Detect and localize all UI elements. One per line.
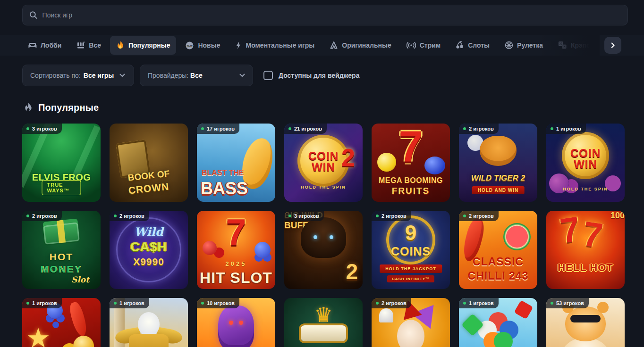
chevron-right-icon bbox=[610, 42, 616, 48]
players-badge: 3 игроков bbox=[22, 124, 62, 134]
online-dot bbox=[114, 215, 117, 217]
game-title: HOT bbox=[22, 251, 101, 263]
players-count: 2 игроков bbox=[119, 213, 144, 219]
tab-label: Новые bbox=[198, 41, 220, 49]
section-title: Популярные bbox=[38, 102, 99, 113]
tab-craps[interactable]: Крэпс bbox=[552, 36, 589, 55]
tiger-ear-art bbox=[597, 302, 609, 313]
tab-label: Крэпс bbox=[571, 41, 589, 49]
tab-label: Лобби bbox=[41, 41, 61, 49]
tab-label: Моментальные игры bbox=[246, 41, 314, 49]
watermelon-art bbox=[503, 223, 531, 250]
tab-new[interactable]: NEW Новые bbox=[179, 36, 226, 55]
game-title-number: 2 bbox=[346, 259, 358, 284]
game-tile-elvis-frog-trueways[interactable]: ELVIS FROG TRUE WAYS™ 3 игроков bbox=[22, 124, 101, 202]
players-badge: 2 игроков bbox=[459, 211, 499, 221]
game-title-number: 2 bbox=[341, 143, 355, 172]
game-title: BLAST THE bbox=[202, 169, 244, 177]
online-dot bbox=[288, 127, 291, 130]
wager-checkbox[interactable] bbox=[263, 71, 273, 80]
wager-filter[interactable]: Доступны для вейджера bbox=[263, 71, 359, 80]
players-count: 1 игроков bbox=[556, 126, 581, 132]
players-count: 3 игроков bbox=[294, 213, 319, 219]
game-tile-hot-money-slot[interactable]: HOT MONEY Slot 2 игроков bbox=[22, 211, 101, 289]
tab-stream[interactable]: Стрим bbox=[400, 36, 447, 55]
dice-icon bbox=[558, 41, 567, 50]
tab-instant-games[interactable]: Моментальные игры bbox=[229, 36, 321, 55]
search-input[interactable] bbox=[42, 11, 621, 19]
tab-label: Рулетка bbox=[517, 41, 543, 49]
game-tile-zeus[interactable]: 1 игроков bbox=[110, 298, 188, 347]
bull-eye-art bbox=[330, 235, 333, 239]
crown-art: ♛ bbox=[314, 305, 332, 325]
game-tile-mummyland[interactable]: MUMMYLAND 10 игроков bbox=[197, 298, 275, 347]
players-count: 1 игроков bbox=[469, 300, 494, 306]
slot-machine-icon bbox=[76, 41, 85, 50]
game-subtitle: Slot bbox=[71, 275, 89, 284]
game-subtitle: TRUE WAYS™ bbox=[42, 180, 81, 195]
game-subtitle: HOLD THE SPIN bbox=[546, 187, 625, 191]
players-badge: 1 игроков bbox=[546, 124, 586, 134]
tab-label: Популярные bbox=[128, 41, 170, 49]
players-count: 2 игроков bbox=[469, 213, 494, 219]
cherries-icon bbox=[456, 41, 464, 50]
tab-slots[interactable]: Слоты bbox=[449, 36, 496, 55]
game-tile-2025-hit-slot[interactable]: 7 2025 HIT SLOT bbox=[197, 211, 275, 289]
zeus-armor-art bbox=[129, 334, 169, 347]
lobby-icon bbox=[28, 41, 37, 50]
originals-logo-icon bbox=[330, 41, 338, 50]
tab-popular[interactable]: Популярные bbox=[110, 36, 176, 55]
tab-roulette[interactable]: Рулетка bbox=[499, 36, 549, 55]
players-count: 2 игроков bbox=[381, 213, 407, 219]
sort-value: Все игры bbox=[84, 72, 114, 79]
online-dot bbox=[463, 302, 466, 305]
players-badge: 2 игроков bbox=[110, 211, 149, 221]
game-tile-9-coins[interactable]: 9 COINS HOLD THE JACKPOT CASH INFINITY™ … bbox=[372, 211, 450, 289]
game-tile-hell-hot-100[interactable]: 7 7 HELL HOT 100 bbox=[546, 211, 625, 289]
players-count: 2 игроков bbox=[469, 126, 494, 132]
game-tile-mega-booming-fruits[interactable]: 7 MEGA BOOMING FRUITS bbox=[372, 124, 450, 202]
sort-dropdown[interactable]: Сортировать по: Все игры bbox=[22, 65, 134, 86]
game-tile-wild-cash-x9990[interactable]: Wild CA$H X9990 2 игроков bbox=[110, 211, 188, 289]
game-tile-wild-tiger-2[interactable]: WILD TIGER 2 HOLD AND WIN 2 игроков bbox=[459, 124, 537, 202]
providers-dropdown[interactable]: Провайдеры: Все bbox=[140, 65, 253, 86]
game-tile-big-wild-buffalo-2[interactable]: BIG WILD BUFFALO 2 3 игроков bbox=[284, 211, 363, 289]
game-tile-fortune-tiger[interactable]: FORTUNE 53 игроков bbox=[546, 298, 625, 347]
game-tile-hot-slot[interactable]: ★ Hot 1 игроков bbox=[22, 298, 101, 347]
tabs-scroll-right-button[interactable] bbox=[604, 37, 621, 54]
game-title: CLASSIC bbox=[459, 256, 537, 268]
game-tile-fruit-machine[interactable]: ♛ FRUIT Machine bbox=[284, 298, 363, 347]
tab-lobby[interactable]: Лобби bbox=[22, 36, 68, 55]
filters-row: Сортировать по: Все игры Провайдеры: Все… bbox=[22, 65, 359, 86]
new-badge-icon: NEW bbox=[185, 41, 194, 50]
mummy-eye-art bbox=[229, 321, 233, 325]
game-tile-book-of-crown[interactable]: BOOK OF CROWN bbox=[110, 124, 188, 202]
joker-face-art bbox=[397, 320, 424, 347]
game-tile-bonanza[interactable]: BONANZA 1 игроков bbox=[459, 298, 537, 347]
game-tile-coin-win-2[interactable]: COINWIN 2 HOLD THE SPIN 21 игроков bbox=[284, 124, 363, 202]
players-badge: 53 игроков bbox=[546, 298, 589, 308]
tiger-art bbox=[480, 136, 517, 166]
players-count: 2 игроков bbox=[381, 300, 407, 306]
online-dot bbox=[463, 215, 466, 217]
players-badge: 3 игроков bbox=[284, 211, 324, 221]
game-tile-classic-chilli-243[interactable]: CLASSIC CHILLI 243 2 игроков bbox=[459, 211, 537, 289]
game-tile-blast-the-bass[interactable]: BLAST THE BASS 17 игроков bbox=[197, 124, 275, 202]
game-tile-joker[interactable]: 2 игроков bbox=[372, 298, 450, 347]
slot-window-art bbox=[301, 325, 346, 341]
players-count: 53 игроков bbox=[556, 300, 584, 306]
chevron-down-icon bbox=[239, 74, 245, 77]
tab-all[interactable]: Все bbox=[70, 36, 107, 55]
online-dot bbox=[114, 302, 117, 305]
game-tile-coin-win[interactable]: COINWIN HOLD THE SPIN 1 игроков bbox=[546, 124, 625, 202]
tab-originals[interactable]: Оригинальные bbox=[323, 36, 397, 55]
game-title-number: 9 bbox=[372, 221, 450, 245]
game-title: WIN bbox=[312, 160, 335, 173]
search-icon bbox=[29, 11, 38, 19]
game-title-year: 2025 bbox=[197, 260, 275, 267]
game-title: X9990 bbox=[110, 256, 188, 267]
online-dot bbox=[26, 127, 29, 130]
wager-label: Доступны для вейджера bbox=[279, 72, 359, 79]
seven-art: 7 bbox=[398, 124, 423, 168]
online-dot bbox=[376, 302, 379, 305]
